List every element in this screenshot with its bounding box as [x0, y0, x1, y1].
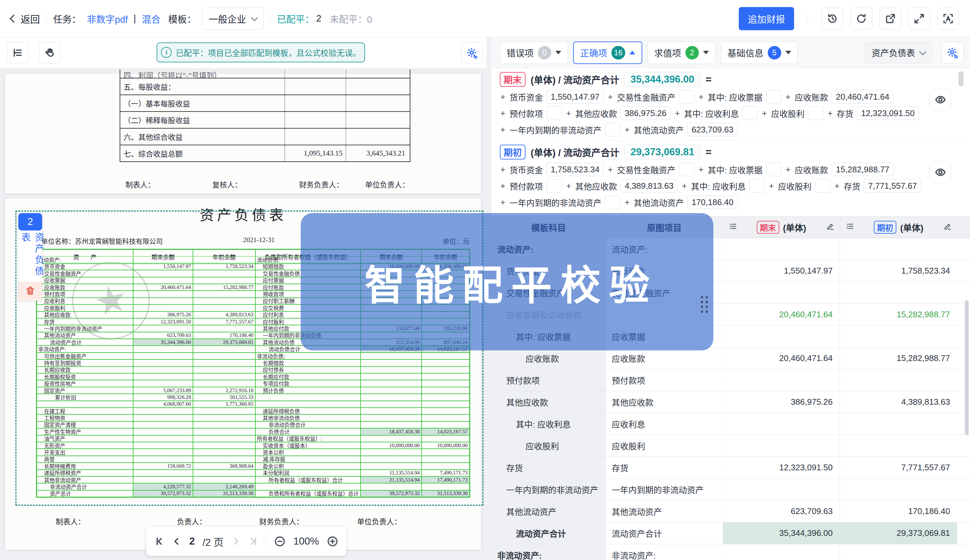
table-row[interactable]: 预付款项预付款项: [491, 369, 970, 391]
prev-page-button[interactable]: [172, 537, 181, 546]
row-value: 1,095,143.15: [285, 145, 346, 162]
begin-balance-cell: 29,373,069.81: [193, 339, 255, 346]
end-balance-cell: 35,344,396.00: [133, 339, 193, 346]
table-row[interactable]: 应收账款应收账款20,460,471.6415,282,988.77: [491, 348, 970, 369]
highlight-on-document-button[interactable]: [930, 89, 952, 111]
table-row[interactable]: 非流动资产:非流动资产:: [491, 544, 970, 560]
formula-term-value-box[interactable]: 7,771,557.67: [864, 179, 921, 193]
zoom-in-button[interactable]: [327, 535, 338, 547]
formula-term-value-box[interactable]: 12,323,091.50: [857, 107, 919, 120]
formula-term-value-box[interactable]: [546, 179, 562, 193]
plus-operator: +: [835, 181, 840, 191]
liability-label-cell: 长期借款: [255, 359, 361, 366]
sheet-type-select[interactable]: 资产负债表: [865, 42, 932, 63]
formula-term-value-box[interactable]: 386,975.26: [620, 107, 671, 120]
formula-term-value-box[interactable]: [679, 163, 695, 176]
formula-term-value-box[interactable]: 1,758,523.34: [546, 163, 604, 176]
table-row[interactable]: 流动资产合计流动资产合计35,344,396.0029,373,069.81: [491, 522, 970, 544]
end-value-cell: 12,323,091.50: [723, 457, 840, 478]
table-scrollbar-thumb[interactable]: [965, 300, 969, 435]
end-balance-cell: [133, 442, 193, 449]
export-button[interactable]: [879, 8, 901, 30]
formula-term-value-box[interactable]: [750, 179, 765, 193]
row-value: [346, 70, 409, 78]
plus-operator: +: [624, 125, 629, 135]
append-report-button[interactable]: 追加财报: [739, 7, 794, 30]
edit-column-icon[interactable]: [943, 222, 952, 233]
formula-term-value-box[interactable]: [546, 107, 562, 120]
end-balance-cell: 4,068,907.60: [133, 401, 193, 408]
tab-基础信息[interactable]: 基础信息5: [721, 42, 798, 64]
formula-term-value-box[interactable]: [742, 107, 758, 120]
formula-term-value-box[interactable]: 170,186.40: [687, 195, 738, 209]
formula-term-value-box[interactable]: 1,550,147.97: [546, 90, 604, 103]
delete-sheet-button[interactable]: [18, 282, 42, 300]
divider: [808, 13, 808, 25]
asset-label-cell: 油气资产: [37, 435, 133, 442]
formula-term-value-box[interactable]: [605, 195, 620, 209]
edit-column-icon[interactable]: [826, 222, 835, 233]
table-row[interactable]: 存货存货12,323,091.507,771,557.67: [491, 457, 970, 479]
document-settings-button[interactable]: [461, 42, 483, 64]
table-row[interactable]: 其中: 应收利息应收利息: [491, 413, 970, 435]
column-menu-icon[interactable]: [846, 222, 854, 233]
table-row[interactable]: 其他应收款其他应收款386,975.264,389,813.63: [491, 391, 970, 413]
formula-term-value-box[interactable]: [679, 90, 695, 103]
table-row[interactable]: 一年内到期的非流动资产一年内到期的非流动资产: [491, 479, 970, 500]
next-page-button[interactable]: [231, 537, 241, 546]
outline-toggle-button[interactable]: [7, 42, 28, 63]
table-row[interactable]: 其他流动资产其他流动资产623,709.63170,186.40: [491, 500, 970, 522]
history-button[interactable]: [821, 8, 843, 30]
column-menu-icon[interactable]: [729, 222, 737, 233]
begin-balance-cell: [193, 435, 255, 442]
begin-balance-cell: [422, 422, 469, 428]
tab-错误项[interactable]: 错误项0: [500, 42, 568, 64]
formula-term-value-box[interactable]: 623,709.63: [687, 123, 738, 136]
ocr-button[interactable]: [937, 8, 959, 30]
formula-term-value-box[interactable]: [766, 90, 781, 103]
table-row[interactable]: 应收股利应收股利: [491, 435, 970, 457]
back-button[interactable]: 返回: [11, 12, 40, 26]
first-page-button[interactable]: [154, 537, 164, 546]
tab-求值项[interactable]: 求值项2: [648, 42, 716, 64]
signature-label: 负责人：: [177, 516, 207, 527]
end-balance-cell: [133, 359, 193, 366]
signature-label: 制表人：: [125, 179, 155, 190]
task-type-link[interactable]: 非数字pdf: [87, 12, 128, 25]
end-balance-cell: [133, 256, 193, 263]
asset-label-cell: 长期应收款: [37, 367, 133, 373]
plus-operator: +: [762, 108, 767, 118]
sheet-type-value: 资产负债表: [871, 46, 915, 59]
sheet-page-tab[interactable]: 2 资产负债表: [18, 213, 42, 300]
formula-term-value-box[interactable]: [808, 107, 823, 120]
formula-term-value-box[interactable]: 15,282,988.77: [832, 163, 893, 176]
formula-term-value-box[interactable]: 20,460,471.64: [832, 90, 893, 103]
overlay-drag-handle[interactable]: [701, 296, 708, 313]
formula-term-value-box[interactable]: [605, 123, 620, 136]
formula-total-value[interactable]: 35,344,396.00: [624, 72, 701, 87]
pan-tool-button[interactable]: [39, 42, 60, 63]
end-balance-cell: [133, 414, 193, 421]
unbalanced-label: 未配平：0: [330, 12, 372, 25]
formula-term-label: 应收股利: [778, 180, 811, 192]
fullscreen-button[interactable]: [908, 8, 930, 30]
end-balance-cell: 4,228,577.32: [133, 483, 193, 490]
formula-term-label: 其他流动资产: [634, 197, 684, 208]
formula-term-value-box[interactable]: [815, 179, 830, 193]
template-select[interactable]: 一般企业: [202, 8, 264, 30]
formula-term-value-box[interactable]: [766, 163, 781, 176]
formula-term-value-box[interactable]: 4,389,813.63: [620, 179, 678, 193]
row-value: [285, 78, 346, 95]
formula-total-value[interactable]: 29,373,069.81: [624, 145, 701, 160]
period-end-badge: 期末: [757, 221, 779, 234]
highlight-on-document-button[interactable]: [930, 162, 952, 183]
refresh-button[interactable]: [850, 8, 872, 30]
tab-正确项[interactable]: 正确项16: [573, 42, 642, 64]
formula-term-label: 交易性金融资产: [617, 91, 675, 103]
current-page[interactable]: 2: [189, 535, 195, 547]
zoom-out-button[interactable]: [274, 535, 285, 547]
asset-label-cell: 累计折旧: [37, 394, 133, 400]
task-mode-link[interactable]: 混合: [142, 12, 160, 25]
panel-settings-button[interactable]: [942, 42, 963, 63]
last-page-button[interactable]: [249, 537, 258, 546]
